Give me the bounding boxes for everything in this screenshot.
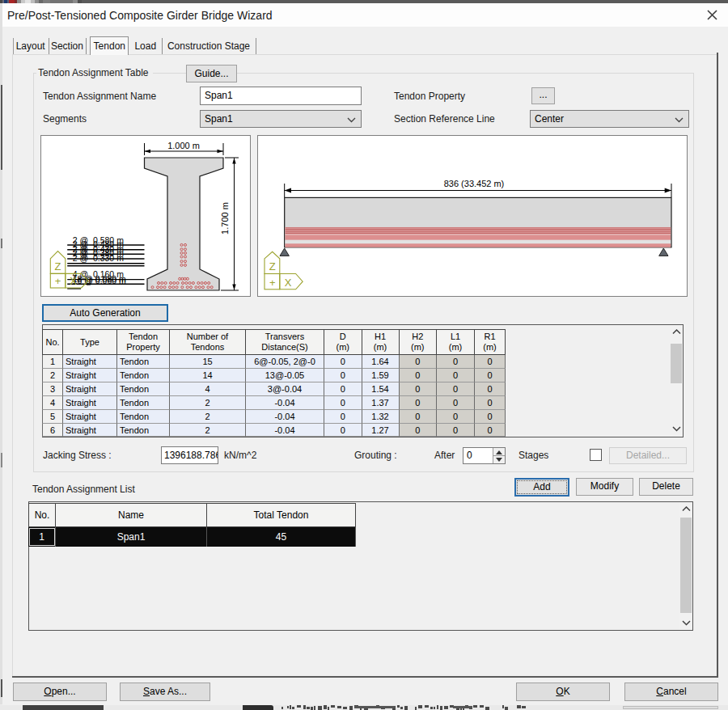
svg-text:+: + — [55, 275, 61, 287]
svg-text:X: X — [285, 277, 292, 289]
svg-text:16 @ 0.060 m: 16 @ 0.060 m — [73, 276, 126, 285]
svg-text:+: + — [269, 277, 276, 289]
svg-text:2 @ 0.330 m: 2 @ 0.330 m — [73, 253, 124, 263]
svg-text:Z: Z — [55, 260, 61, 273]
svg-text:X: X — [70, 275, 77, 287]
svg-text:1.700 m: 1.700 m — [220, 202, 230, 235]
svg-text:1.000 m: 1.000 m — [167, 141, 200, 150]
svg-text:836 (33.452 m): 836 (33.452 m) — [444, 179, 505, 188]
svg-text:Z: Z — [269, 260, 276, 273]
